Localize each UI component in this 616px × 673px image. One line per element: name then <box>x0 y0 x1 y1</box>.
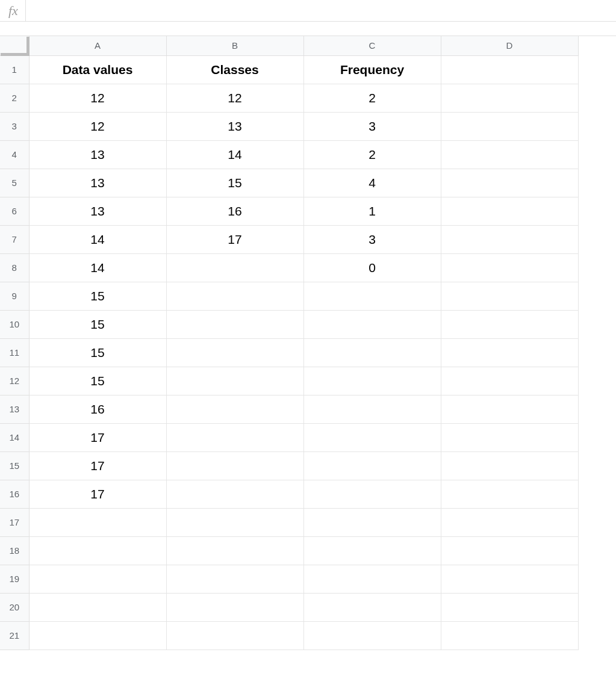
cell-C9[interactable] <box>303 282 441 310</box>
cell-D15[interactable] <box>441 451 578 480</box>
cell-C21[interactable] <box>303 621 441 650</box>
row-header-5[interactable]: 5 <box>0 169 29 197</box>
cell-A14[interactable]: 17 <box>29 423 166 451</box>
row-header-19[interactable]: 19 <box>0 565 29 593</box>
row-header-6[interactable]: 6 <box>0 197 29 225</box>
cell-B16[interactable] <box>166 480 303 508</box>
cell-A7[interactable]: 14 <box>29 225 166 253</box>
cell-A20[interactable] <box>29 593 166 621</box>
cell-C11[interactable] <box>303 338 441 367</box>
cell-C7[interactable]: 3 <box>303 225 441 253</box>
row-header-8[interactable]: 8 <box>0 253 29 282</box>
cell-A1[interactable]: Data values <box>29 55 166 84</box>
cell-B5[interactable]: 15 <box>166 169 303 197</box>
cell-C17[interactable] <box>303 508 441 536</box>
column-header-D[interactable]: D <box>441 36 578 55</box>
cell-B1[interactable]: Classes <box>166 55 303 84</box>
cell-B15[interactable] <box>166 451 303 480</box>
cell-D9[interactable] <box>441 282 578 310</box>
row-header-21[interactable]: 21 <box>0 621 29 650</box>
cell-A18[interactable] <box>29 536 166 565</box>
cell-C18[interactable] <box>303 536 441 565</box>
row-header-14[interactable]: 14 <box>0 423 29 451</box>
column-header-C[interactable]: C <box>303 36 441 55</box>
cell-A12[interactable]: 15 <box>29 367 166 395</box>
cell-B7[interactable]: 17 <box>166 225 303 253</box>
cell-C16[interactable] <box>303 480 441 508</box>
cell-D16[interactable] <box>441 480 578 508</box>
cell-C10[interactable] <box>303 310 441 338</box>
row-header-17[interactable]: 17 <box>0 508 29 536</box>
cell-A2[interactable]: 12 <box>29 84 166 112</box>
row-header-13[interactable]: 13 <box>0 395 29 423</box>
row-header-12[interactable]: 12 <box>0 367 29 395</box>
cell-D17[interactable] <box>441 508 578 536</box>
cell-B12[interactable] <box>166 367 303 395</box>
row-header-3[interactable]: 3 <box>0 112 29 140</box>
cell-B9[interactable] <box>166 282 303 310</box>
cell-B19[interactable] <box>166 565 303 593</box>
row-header-20[interactable]: 20 <box>0 593 29 621</box>
column-header-B[interactable]: B <box>166 36 303 55</box>
cell-A17[interactable] <box>29 508 166 536</box>
cell-C6[interactable]: 1 <box>303 197 441 225</box>
cell-B10[interactable] <box>166 310 303 338</box>
row-header-9[interactable]: 9 <box>0 282 29 310</box>
cell-A6[interactable]: 13 <box>29 197 166 225</box>
cell-A13[interactable]: 16 <box>29 395 166 423</box>
cell-D8[interactable] <box>441 253 578 282</box>
cell-D4[interactable] <box>441 140 578 169</box>
cell-B3[interactable]: 13 <box>166 112 303 140</box>
row-header-11[interactable]: 11 <box>0 338 29 367</box>
cell-B8[interactable] <box>166 253 303 282</box>
cell-B4[interactable]: 14 <box>166 140 303 169</box>
cell-C3[interactable]: 3 <box>303 112 441 140</box>
row-header-7[interactable]: 7 <box>0 225 29 253</box>
cell-C13[interactable] <box>303 395 441 423</box>
cell-B11[interactable] <box>166 338 303 367</box>
cell-D12[interactable] <box>441 367 578 395</box>
cell-C12[interactable] <box>303 367 441 395</box>
cell-C20[interactable] <box>303 593 441 621</box>
formula-input[interactable] <box>26 0 610 21</box>
cell-B6[interactable]: 16 <box>166 197 303 225</box>
cell-A8[interactable]: 14 <box>29 253 166 282</box>
cell-B21[interactable] <box>166 621 303 650</box>
row-header-16[interactable]: 16 <box>0 480 29 508</box>
cell-D18[interactable] <box>441 536 578 565</box>
select-all-corner[interactable] <box>0 36 29 55</box>
row-header-1[interactable]: 1 <box>0 55 29 84</box>
cell-B2[interactable]: 12 <box>166 84 303 112</box>
cell-D2[interactable] <box>441 84 578 112</box>
cell-A19[interactable] <box>29 565 166 593</box>
column-header-A[interactable]: A <box>29 36 166 55</box>
cell-D6[interactable] <box>441 197 578 225</box>
cell-B13[interactable] <box>166 395 303 423</box>
cell-C8[interactable]: 0 <box>303 253 441 282</box>
cell-D20[interactable] <box>441 593 578 621</box>
cell-C5[interactable]: 4 <box>303 169 441 197</box>
cell-C15[interactable] <box>303 451 441 480</box>
cell-A4[interactable]: 13 <box>29 140 166 169</box>
cell-A11[interactable]: 15 <box>29 338 166 367</box>
cell-A5[interactable]: 13 <box>29 169 166 197</box>
cell-B14[interactable] <box>166 423 303 451</box>
cell-A3[interactable]: 12 <box>29 112 166 140</box>
cell-D5[interactable] <box>441 169 578 197</box>
cell-B20[interactable] <box>166 593 303 621</box>
cell-C4[interactable]: 2 <box>303 140 441 169</box>
cell-D21[interactable] <box>441 621 578 650</box>
cell-A16[interactable]: 17 <box>29 480 166 508</box>
cell-A21[interactable] <box>29 621 166 650</box>
cell-B17[interactable] <box>166 508 303 536</box>
row-header-2[interactable]: 2 <box>0 84 29 112</box>
cell-D3[interactable] <box>441 112 578 140</box>
cell-D13[interactable] <box>441 395 578 423</box>
row-header-4[interactable]: 4 <box>0 140 29 169</box>
cell-A10[interactable]: 15 <box>29 310 166 338</box>
cell-B18[interactable] <box>166 536 303 565</box>
cell-D14[interactable] <box>441 423 578 451</box>
cell-D7[interactable] <box>441 225 578 253</box>
cell-C2[interactable]: 2 <box>303 84 441 112</box>
row-header-10[interactable]: 10 <box>0 310 29 338</box>
